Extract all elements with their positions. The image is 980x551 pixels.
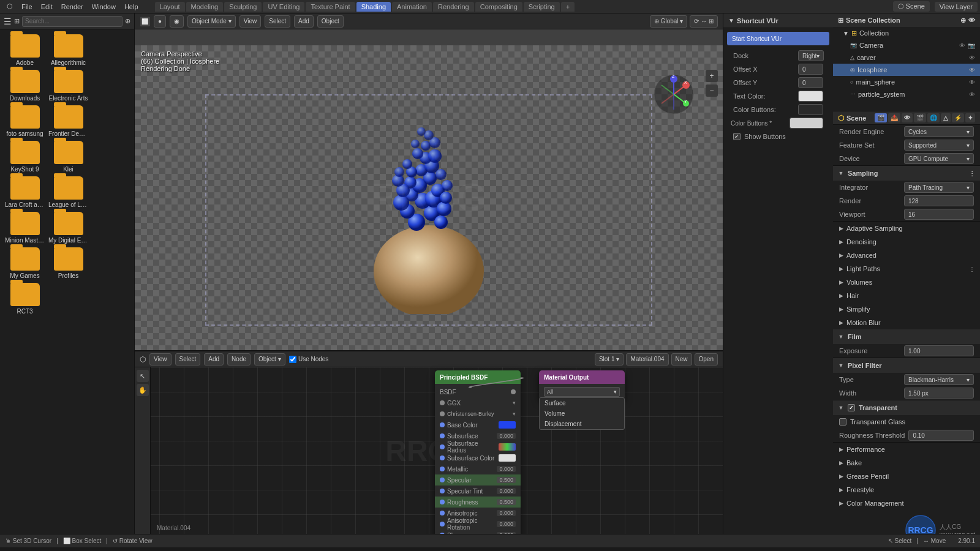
output-tab[interactable]: 📤 <box>888 113 900 122</box>
node-tool-hand[interactable]: ✋ <box>137 384 149 396</box>
render-tab[interactable]: 🎬 <box>875 113 887 122</box>
filter-icon[interactable]: ⊕ <box>125 17 130 25</box>
bsdf-row-metallic[interactable]: Metallic 0.000 <box>435 463 521 474</box>
offset-y-value[interactable]: 0 <box>798 77 823 88</box>
tab-sculpting[interactable]: Sculpting <box>224 2 262 12</box>
color-management-section[interactable]: ▶ Color Management <box>833 497 980 510</box>
particle-visible-icon[interactable]: 👁 <box>969 91 975 98</box>
world-tab[interactable]: 🌐 <box>927 113 940 122</box>
node-tool-select[interactable]: ↖ <box>137 370 149 382</box>
tab-compositing[interactable]: Compositing <box>475 2 522 12</box>
bsdf-row-cb[interactable]: Christensen-Burley ▾ <box>435 408 521 419</box>
pixel-width-value[interactable]: 1.50 px <box>904 388 974 399</box>
material-surface-option[interactable]: Surface <box>540 398 624 408</box>
material-selector[interactable]: Material.004 <box>626 353 668 365</box>
viewport-area[interactable]: Camera Perspective (66) Collection | Ico… <box>135 29 723 350</box>
cursor-tool[interactable]: 🖱 Set 3D Cursor <box>5 538 51 544</box>
bsdf-aniso-value[interactable]: 0.000 <box>497 510 516 516</box>
list-item[interactable]: Profiles <box>48 247 88 279</box>
material-output-header[interactable]: Material Output <box>539 370 625 384</box>
viewport-object-menu[interactable]: Object <box>317 15 344 28</box>
list-item[interactable]: Allegorithmic <box>48 34 88 66</box>
collection-item[interactable]: 📷 Camera 👁 📷 <box>833 39 980 51</box>
pixel-type-dropdown[interactable]: Blackman-Harris▾ <box>904 374 974 385</box>
transform-icons[interactable]: ⟳ ↔ ⊞ <box>690 15 718 28</box>
collection-item[interactable]: △ carver 👁 <box>833 51 980 64</box>
collection-item[interactable]: ○ main_sphere 👁 <box>833 76 980 88</box>
simplify-section[interactable]: ▶ Simplify <box>833 302 980 316</box>
menu-render[interactable]: Render <box>57 3 88 10</box>
panel-menu-icon[interactable]: ☰ <box>4 17 12 26</box>
bsdf-subsurface-value[interactable]: 0.000 <box>497 433 516 439</box>
transform-global[interactable]: ⊕ Global ▾ <box>650 15 687 28</box>
icosphere-visible-icon[interactable]: 👁 <box>969 67 975 73</box>
integrator-dropdown[interactable]: Path Tracing▾ <box>904 182 974 193</box>
node-node-button[interactable]: Node <box>227 353 251 365</box>
camera-render-icon[interactable]: 📷 <box>968 42 975 49</box>
material-displacement-option[interactable]: Displacement <box>540 419 624 429</box>
bsdf-row-sub-radius[interactable]: Subsurface Radius <box>435 441 521 452</box>
device-dropdown[interactable]: GPU Compute▾ <box>904 153 974 164</box>
carver-visible-icon[interactable]: 👁 <box>969 54 975 61</box>
bsdf-spectint-value[interactable]: 0.000 <box>497 488 516 494</box>
scene-tab[interactable]: 🎬 <box>914 113 926 122</box>
select-tool[interactable]: ↖ Select <box>888 538 912 544</box>
transparent-checkbox[interactable] <box>848 404 855 411</box>
tab-shading[interactable]: Shading <box>356 2 391 12</box>
viewport-shading-solid[interactable]: ● <box>154 15 166 28</box>
collection-collapse-icon[interactable]: ⊞ <box>838 17 843 24</box>
hair-section[interactable]: ▶ Hair <box>833 289 980 302</box>
scene-selector[interactable]: ⬡ Scene <box>893 1 930 12</box>
node-view-button[interactable]: View <box>149 353 172 365</box>
list-item[interactable]: foto samsung <box>5 105 45 137</box>
pixel-filter-header[interactable]: ▼ Pixel Filter <box>833 358 980 373</box>
bsdf-ggx-dropdown[interactable]: ▾ <box>513 400 516 406</box>
bsdf-subcolor-swatch[interactable] <box>499 454 516 462</box>
bsdf-roughness-value[interactable]: 0.500 <box>497 499 516 505</box>
collection-item[interactable]: ◎ Icosphere 👁 <box>833 64 980 76</box>
tab-animation[interactable]: Animation <box>392 2 432 12</box>
search-input[interactable] <box>22 16 123 27</box>
bsdf-cb-dropdown[interactable]: ▾ <box>513 411 516 417</box>
exposure-value[interactable]: 1.00 <box>904 345 974 356</box>
menu-edit[interactable]: Edit <box>37 3 57 10</box>
view-layer-tab[interactable]: 👁 <box>902 113 913 122</box>
node-select-button[interactable]: Select <box>175 353 201 365</box>
list-item[interactable]: Downloads <box>5 70 45 102</box>
list-item[interactable]: RCT3 <box>5 283 45 315</box>
bsdf-sheen-value[interactable]: 0.000 <box>497 532 516 534</box>
grease-pencil-section[interactable]: ▶ Grease Pencil <box>833 470 980 483</box>
list-item[interactable]: My Games <box>5 247 45 279</box>
collection-item[interactable]: ▼ ⊞ Collection <box>833 27 980 39</box>
open-material-button[interactable]: Open <box>695 353 718 365</box>
navigation-gizmo[interactable]: X Y Z <box>649 70 698 119</box>
sampling-header[interactable]: ▼ Sampling ⋮ <box>833 166 980 181</box>
move-tool[interactable]: ↔ Move <box>923 538 946 544</box>
blender-logo-icon[interactable]: ⬡ <box>2 2 17 10</box>
list-item[interactable]: League of Leg... <box>48 176 88 208</box>
start-shortcut-button[interactable]: Start Shortcut VUr <box>727 32 829 45</box>
show-buttons-checkbox[interactable] <box>733 133 741 140</box>
bsdf-specular-value[interactable]: 0.500 <box>497 477 516 483</box>
sampling-options-icon[interactable]: ⋮ <box>969 170 975 177</box>
material-output-all-dropdown[interactable]: All ▾ <box>544 387 620 397</box>
use-nodes-checkbox[interactable] <box>289 356 296 363</box>
bsdf-row-sub-color[interactable]: Subsurface Color <box>435 452 521 463</box>
viewport-view-menu[interactable]: View <box>239 15 262 28</box>
denoising-section[interactable]: ▶ Denoising <box>833 235 980 249</box>
color-buttons-acc-swatch[interactable] <box>790 118 823 129</box>
render-engine-dropdown[interactable]: Cycles▾ <box>904 126 974 137</box>
menu-file[interactable]: File <box>17 3 37 10</box>
list-item[interactable]: Lara Croft an... <box>5 176 45 208</box>
node-object-dropdown[interactable]: Object ▾ <box>254 353 285 365</box>
menu-window[interactable]: Window <box>88 3 120 10</box>
bsdf-row-spectint[interactable]: Specular Tint 0.000 <box>435 485 521 497</box>
list-item[interactable]: Klei <box>48 141 88 173</box>
viewport-mode-dropdown[interactable]: Object Mode ▾ <box>187 15 236 28</box>
viewport-select-menu[interactable]: Select <box>265 15 290 28</box>
adaptive-sampling-section[interactable]: ▶ Adaptive Sampling <box>833 222 980 235</box>
text-color-swatch[interactable] <box>798 91 823 102</box>
list-item[interactable]: KeyShot 9 <box>5 141 45 173</box>
light-paths-options-icon[interactable]: ⋮ <box>969 266 975 272</box>
bsdf-anisorot-value[interactable]: 0.000 <box>497 521 516 527</box>
